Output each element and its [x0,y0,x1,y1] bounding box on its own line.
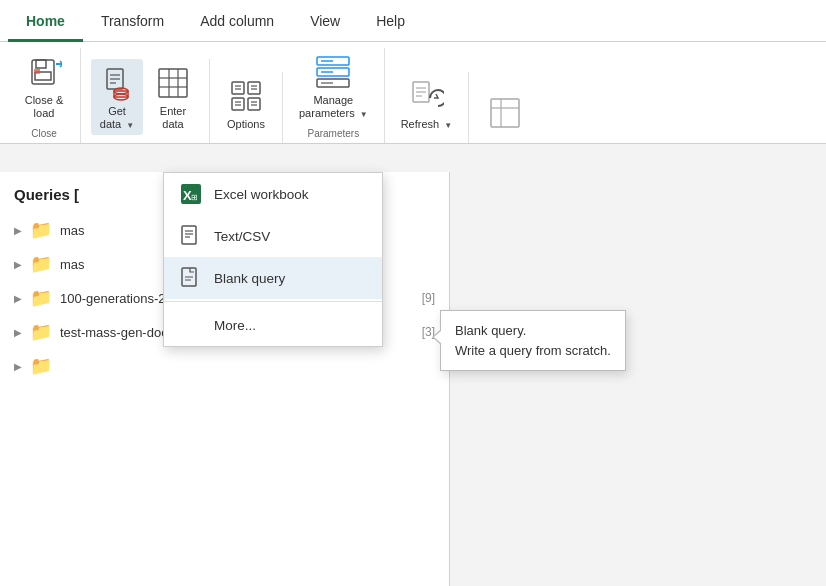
expand-arrow[interactable]: ▶ [14,327,22,338]
refresh-label: Refresh ▼ [401,118,453,131]
blank-query-label: Blank query [214,271,285,286]
close-load-icon [24,52,64,92]
svg-rect-21 [248,98,260,110]
right-panel [450,172,826,586]
folder-icon: 📁 [30,253,52,275]
expand-arrow[interactable]: ▶ [14,259,22,270]
right-content [450,172,826,200]
enter-data-icon [153,63,193,103]
ribbon-group-parameters: Manageparameters ▼ Parameters [283,48,385,143]
excel-workbook-label: Excel workbook [214,187,309,202]
tab-add-column[interactable]: Add column [182,3,292,42]
folder-icon: 📁 [30,287,52,309]
options-icon [226,76,266,116]
close-group-label: Close [31,126,57,139]
refresh-button[interactable]: Refresh ▼ [395,72,459,135]
get-data-button[interactable]: Getdata ▼ [91,59,143,135]
folder-icon: 📁 [30,321,52,343]
ribbon-group-new-query: Getdata ▼ Enterdata [81,59,210,143]
manage-parameters-button[interactable]: Manageparameters ▼ [293,48,374,124]
text-csv-item[interactable]: Text/CSV [164,215,382,257]
extra-button[interactable] [479,89,531,137]
tab-home[interactable]: Home [8,3,83,42]
expand-arrow[interactable]: ▶ [14,361,22,372]
query-count: [9] [422,291,435,305]
list-item[interactable]: ▶ 📁 [0,349,449,383]
get-data-label: Getdata ▼ [100,105,134,131]
get-data-dropdown: X ⊞ Excel workbook Text/CSV [163,172,383,347]
enter-data-button[interactable]: Enterdata [147,59,199,135]
svg-rect-18 [232,82,244,94]
close-load-button[interactable]: Close &load [18,48,70,124]
svg-rect-40 [491,99,519,127]
tab-bar: Home Transform Add column View Help [0,0,826,42]
manage-params-icon [313,52,353,92]
ribbon-group-close: Close &load Close [8,48,81,143]
more-label: More... [214,318,256,333]
blank-query-icon [180,267,202,289]
svg-rect-1 [36,60,46,68]
textcsv-icon [180,225,202,247]
text-csv-label: Text/CSV [214,229,270,244]
enter-data-label: Enterdata [160,105,186,131]
svg-rect-20 [232,98,244,110]
blank-query-item[interactable]: Blank query [164,257,382,299]
excel-icon: X ⊞ [180,183,202,205]
blank-query-tooltip: Blank query. Write a query from scratch. [440,310,626,371]
more-item[interactable]: More... [164,304,382,346]
tab-view[interactable]: View [292,3,358,42]
svg-text:⊞: ⊞ [191,193,198,202]
dropdown-divider [164,301,382,302]
options-button[interactable]: Options [220,72,272,135]
close-load-label: Close &load [25,94,64,120]
svg-rect-13 [159,69,187,97]
more-icon [180,314,202,336]
svg-rect-46 [182,226,196,244]
tab-transform[interactable]: Transform [83,3,182,42]
tooltip-description: Write a query from scratch. [455,341,611,361]
get-data-icon [97,63,137,103]
excel-workbook-item[interactable]: X ⊞ Excel workbook [164,173,382,215]
tooltip-title: Blank query. [455,321,611,341]
parameters-group-label: Parameters [307,126,359,139]
expand-arrow[interactable]: ▶ [14,225,22,236]
ribbon-group-options: Options [210,72,283,143]
expand-arrow[interactable]: ▶ [14,293,22,304]
ribbon-group-refresh: Refresh ▼ [385,72,470,143]
ribbon-group-extra [469,89,541,143]
ribbon: Close &load Close [0,42,826,144]
svg-rect-19 [248,82,260,94]
manage-parameters-label: Manageparameters ▼ [299,94,368,120]
extra-icon [485,93,525,133]
folder-icon: 📁 [30,355,52,377]
folder-icon: 📁 [30,219,52,241]
refresh-icon [406,76,446,116]
options-label: Options [227,118,265,131]
tab-help[interactable]: Help [358,3,423,42]
